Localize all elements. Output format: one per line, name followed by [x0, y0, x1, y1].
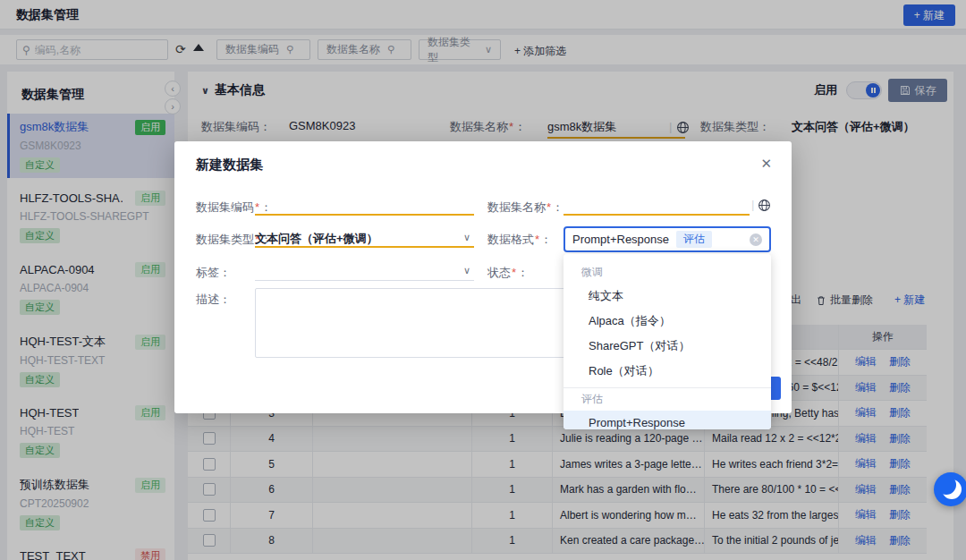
clear-icon[interactable]: ✕ — [750, 233, 762, 246]
dropdown-option[interactable]: Prompt+Response — [564, 411, 771, 429]
format-tag: 评估 — [676, 231, 712, 248]
modal-type-select[interactable]: 文本问答（评估+微调） ∨ — [255, 230, 474, 248]
modal-tags-select[interactable]: ∨ — [255, 263, 474, 281]
dropdown-option[interactable]: Alpaca（指令） — [564, 309, 771, 334]
modal-label-name: 数据集名称*： — [487, 199, 564, 216]
modal-label-format: 数据格式*： — [487, 232, 552, 248]
format-dropdown: 微调纯文本Alpaca（指令）ShareGPT（对话）Role（对话）评估Pro… — [564, 254, 771, 429]
modal-type-value: 文本问答（评估+微调） — [255, 231, 378, 247]
modal-title: 新建数据集 — [196, 157, 263, 174]
field-separator: | — [751, 198, 754, 211]
required-asterisk: * — [535, 233, 539, 246]
modal-name-input[interactable] — [564, 198, 750, 216]
chevron-down-icon: ∨ — [463, 232, 470, 243]
required-asterisk: * — [512, 266, 516, 279]
modal-label-status: 状态*： — [487, 265, 529, 281]
dropdown-group-label: 微调 — [564, 261, 771, 284]
dropdown-group-label: 评估 — [564, 388, 771, 411]
floating-assistant-button[interactable] — [934, 472, 966, 506]
modal-label-tags: 标签： — [196, 265, 231, 281]
dropdown-option[interactable]: ShareGPT（对话） — [564, 334, 771, 359]
dropdown-option[interactable]: Role（对话） — [564, 359, 771, 384]
chevron-down-icon: ∨ — [463, 265, 470, 276]
dropdown-option[interactable]: 纯文本 — [564, 284, 771, 309]
assistant-logo-icon — [942, 479, 962, 499]
required-asterisk: * — [547, 200, 551, 214]
modal-label-desc: 描述： — [196, 292, 231, 308]
format-value: Prompt+Response — [572, 233, 669, 246]
modal-code-input[interactable] — [255, 198, 474, 216]
close-icon[interactable]: ✕ — [760, 156, 772, 172]
globe-icon[interactable] — [758, 199, 771, 212]
modal-format-select[interactable]: Prompt+Response 评估 ✕ — [564, 226, 771, 252]
